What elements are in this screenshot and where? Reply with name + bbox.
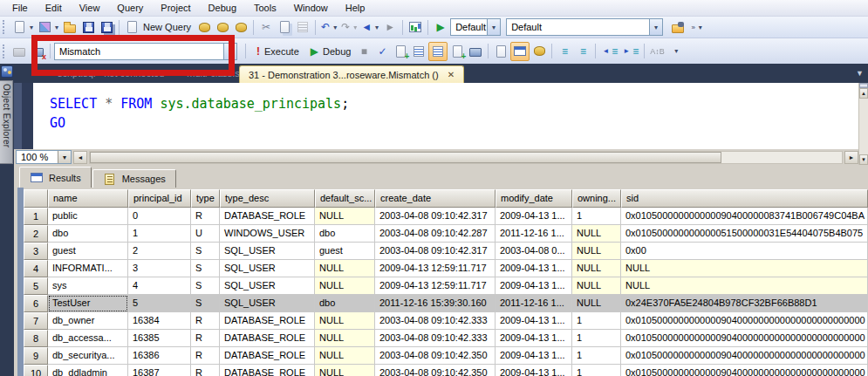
grid-cell[interactable]: 16386 [128, 347, 191, 365]
grid-cell[interactable]: 1 [128, 225, 191, 243]
grid-cell[interactable]: 0x01050000000000009040000000000000000000… [621, 347, 868, 365]
scroll-up-icon[interactable]: ▲ [859, 88, 868, 99]
results-to-text-icon[interactable] [492, 42, 509, 61]
grid-column-header[interactable]: type [191, 189, 220, 208]
indent-icon[interactable]: ►≡ [620, 42, 640, 61]
grid-cell[interactable]: 16387 [128, 365, 191, 376]
toolbar-overflow-icon[interactable]: »▾ [687, 17, 705, 37]
grid-cell[interactable]: 0x00 [621, 243, 868, 260]
results-to-file-icon[interactable] [530, 42, 548, 61]
chevron-down-icon[interactable]: ▾ [649, 19, 662, 35]
redo-icon[interactable]: ↷▾ [339, 17, 359, 37]
include-actual-plan-icon[interactable] [448, 42, 466, 61]
grid-cell[interactable]: 0x010500000000000090400000083741B006749C… [621, 208, 868, 225]
grid-cell[interactable]: 0x01050000000000009040000000000000000000… [621, 312, 868, 330]
grid-cell[interactable]: TestUser [48, 295, 128, 312]
grid-cell[interactable]: 0 [128, 208, 191, 225]
grid-column-header[interactable]: default_sc... [315, 189, 375, 208]
grid-cell[interactable]: SQL_USER [220, 277, 315, 295]
grid-cell[interactable]: 2009-04-13 1... [496, 208, 572, 225]
grid-cell[interactable]: NULL [572, 295, 621, 312]
grid-cell[interactable]: 16385 [128, 330, 191, 347]
grid-column-header[interactable]: name [48, 189, 128, 208]
menu-project[interactable]: Project [152, 1, 199, 15]
intellisense-toggle-icon[interactable] [428, 42, 448, 61]
grid-cell[interactable]: guest [48, 243, 128, 260]
grid-cell[interactable]: 2003-04-08 09:10:42.333 [375, 330, 496, 347]
grid-cell[interactable]: 2003-04-08 09:10:42.350 [375, 365, 496, 376]
default-combo-1[interactable]: Default▾ [450, 18, 501, 36]
grid-cell[interactable]: sys [48, 277, 128, 295]
undo-icon[interactable]: ↶▾ [319, 17, 338, 37]
grid-cell[interactable]: SQL_USER [220, 260, 315, 277]
default-combo-2[interactable]: Default▾ [506, 18, 663, 36]
menu-debug[interactable]: Debug [200, 1, 245, 15]
grid-cell[interactable]: 2011-12-16 1... [496, 225, 572, 243]
grid-cell[interactable]: NULL [315, 208, 375, 225]
grid-cell[interactable]: db_owner [48, 312, 128, 330]
grid-cell[interactable]: R [191, 330, 220, 347]
grid-cell[interactable]: dbo [315, 225, 375, 243]
grid-cell[interactable]: 2003-04-08 09:10:42.317 [375, 208, 496, 225]
grid-cell[interactable]: 2009-04-13 1... [496, 312, 572, 330]
grid-cell[interactable]: NULL [621, 277, 868, 295]
grid-row-header[interactable]: 3 [24, 243, 48, 260]
dmx-query-icon[interactable] [214, 17, 231, 37]
grid-cell[interactable]: 1 [572, 208, 621, 225]
object-explorer-tab[interactable]: Object Explorer [0, 80, 13, 164]
debug-button[interactable]: ▶Debug [309, 42, 355, 61]
grid-cell[interactable]: 2009-04-13 1... [496, 365, 572, 376]
grid-row-header[interactable]: 6 [24, 295, 48, 312]
palette-icon[interactable]: ▾ [36, 17, 60, 37]
grid-cell[interactable]: SQL_USER [220, 295, 315, 312]
scrollbar-track[interactable] [859, 99, 868, 154]
grid-cell[interactable]: U [191, 225, 220, 243]
zoom-combo[interactable]: 100 %▾ [16, 150, 72, 164]
close-icon[interactable]: ✕ [448, 70, 455, 79]
grid-cell[interactable]: INFORMATI... [48, 260, 128, 277]
grid-cell[interactable]: 16384 [128, 312, 191, 330]
grid-cell[interactable]: 0x24E370FA5E24804B978CF32BF66B88D1 [621, 295, 868, 312]
chevron-down-icon[interactable]: ▾ [487, 19, 500, 35]
grid-cell[interactable]: 2003-04-08 09:10:42.317 [375, 243, 496, 260]
menu-file[interactable]: File [3, 1, 37, 15]
grid-cell[interactable]: DATABASE_ROLE [220, 365, 315, 376]
grid-column-header[interactable]: modify_date [496, 189, 572, 208]
grid-column-header[interactable]: sid [621, 189, 868, 208]
grid-cell[interactable]: 3 [128, 260, 191, 277]
grid-cell[interactable]: NULL [572, 277, 621, 295]
grid-cell[interactable]: S [191, 243, 220, 260]
grid-row-header[interactable]: 1 [24, 208, 48, 225]
grid-cell[interactable]: 1 [572, 365, 621, 376]
grid-cell[interactable]: S [191, 277, 220, 295]
active-document-tab[interactable]: 31 - Demonstration 3...roseware.Mismatch… [239, 65, 464, 83]
grid-cell[interactable]: 2003-04-08 0... [496, 243, 572, 260]
database-combo[interactable]: Mismatch▾ [54, 43, 237, 60]
grid-row-header[interactable]: 7 [24, 312, 48, 330]
grid-cell[interactable]: DATABASE_ROLE [220, 208, 315, 225]
grid-cell[interactable]: R [191, 347, 220, 365]
toolbar-grip[interactable] [3, 44, 6, 58]
grid-cell[interactable]: 1 [572, 330, 621, 347]
object-explorer-icon[interactable] [1, 65, 13, 78]
stop-icon[interactable]: ■ [355, 42, 372, 61]
grid-cell[interactable]: NULL [572, 225, 621, 243]
find-in-files-icon[interactable] [669, 17, 687, 37]
grid-cell[interactable]: NULL [315, 347, 375, 365]
grid-cell[interactable]: 2009-04-13 1... [496, 347, 572, 365]
change-case-icon[interactable]: A↕B [648, 42, 666, 61]
grid-row-header[interactable]: 10 [24, 365, 48, 376]
grid-cell[interactable]: 2003-04-08 09:10:42.350 [375, 347, 496, 365]
grid-cell[interactable]: 0x010500000000000051500000031E54404075B4… [621, 225, 868, 243]
scroll-left-icon[interactable]: ◄ [73, 151, 87, 164]
window-list-icon[interactable]: ▼ [856, 69, 864, 78]
menu-window[interactable]: Window [285, 1, 337, 15]
grid-cell[interactable]: NULL [315, 365, 375, 376]
grid-cell[interactable]: 2011-12-16 1... [496, 295, 572, 312]
grid-cell[interactable]: 2003-04-08 09:10:42.287 [375, 225, 496, 243]
grid-cell[interactable]: 2003-04-08 09:10:42.333 [375, 312, 496, 330]
paste-icon[interactable] [294, 17, 311, 37]
open-folder-icon[interactable] [61, 17, 79, 37]
grid-column-header[interactable]: principal_id [128, 189, 191, 208]
background-tab-2[interactable]: multi-class.sql [187, 68, 247, 79]
